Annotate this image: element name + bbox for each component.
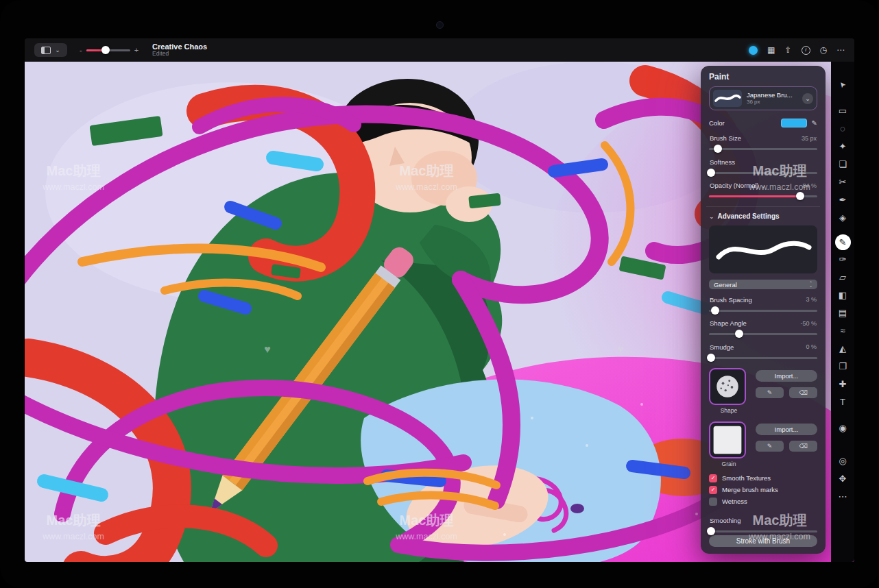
slice-icon: ✂ — [839, 177, 847, 187]
tool-color-picker[interactable]: ◉ — [834, 419, 852, 437]
panel-title: Paint — [709, 72, 817, 82]
smoothing-label: Smoothing — [710, 517, 740, 524]
stepper-icon: ⌃⌄ — [809, 282, 812, 288]
tool-pan[interactable]: ✥ — [834, 469, 852, 487]
checkbox-label: Merge brush marks — [722, 486, 778, 493]
tool-move[interactable]: ➤ — [834, 75, 852, 93]
more-icon: ⋯ — [839, 491, 847, 502]
shape-texture-thumbnail[interactable] — [709, 368, 746, 405]
marquee-select-icon: ▭ — [839, 106, 847, 116]
sidebar-toggle-button[interactable]: ⌄ — [34, 43, 67, 57]
shape-label: Shape — [709, 407, 749, 414]
advanced-settings-toggle[interactable]: ⌄ Advanced Settings — [709, 212, 817, 220]
brush-size-quick-control: - + — [80, 46, 139, 54]
smudge-icon: ≈ — [840, 326, 845, 336]
grain-texture-thumbnail[interactable] — [709, 421, 746, 458]
checkbox-wetness[interactable]: Wetness — [709, 498, 817, 506]
type-icon: T — [840, 397, 845, 407]
smudge-readout: 0 % — [806, 343, 817, 350]
tool-type[interactable]: T — [834, 393, 852, 411]
tool-slice[interactable]: ✂ — [834, 173, 852, 191]
tool-clone[interactable]: ❐ — [834, 357, 852, 375]
delete-grain-button[interactable]: ⌫ — [789, 441, 817, 452]
edit-shape-button[interactable]: ✎ — [756, 387, 784, 398]
tool-crop[interactable]: ❏ — [834, 155, 852, 173]
info-icon[interactable]: i — [802, 46, 810, 55]
stroke-with-brush-button[interactable]: Stroke with Brush — [709, 535, 817, 547]
brush-spacing-readout: 3 % — [806, 296, 817, 303]
tool-lasso[interactable]: ◌ — [834, 119, 852, 137]
tool-gradient[interactable]: ▤ — [834, 304, 852, 321]
checkbox-icon: ✓ — [709, 486, 717, 494]
crop-icon: ❏ — [839, 159, 847, 169]
softness-slider[interactable] — [709, 169, 817, 175]
opacity-label: Opacity (Normal)⌄ — [710, 182, 766, 189]
macbook-frame: ⌄ - + Creative Chaos Edited ▦ ⇧ i ◷ ⋯ — [0, 0, 879, 588]
paint-brush-icon: ✎ — [839, 237, 847, 247]
brush-size-slider[interactable] — [709, 145, 817, 151]
color-swatch[interactable] — [781, 119, 807, 127]
smoothing-slider[interactable] — [709, 527, 817, 535]
brush-spacing-label: Brush Spacing — [710, 296, 752, 304]
tool-pen[interactable]: ✒ — [834, 191, 852, 208]
delete-shape-button[interactable]: ⌫ — [789, 387, 817, 398]
checkbox-icon: ✓ — [709, 474, 717, 482]
shape-angle-slider[interactable] — [709, 330, 817, 336]
softness-label: Softness — [710, 158, 735, 166]
titlebar-actions: ▦ ⇧ i ◷ ⋯ — [749, 46, 845, 55]
history-icon[interactable]: ◷ — [820, 46, 827, 54]
tool-heal[interactable]: ✚ — [834, 375, 852, 393]
grain-section: Grain Import... ✎ ⌫ — [709, 421, 817, 467]
color-picker-icon: ◉ — [839, 423, 846, 433]
edit-color-icon[interactable]: ✎ — [812, 119, 817, 127]
tool-eraser[interactable]: ▱ — [834, 268, 852, 286]
checkbox-merge-brush-marks[interactable]: ✓Merge brush marks — [709, 486, 817, 494]
opacity-slider[interactable] — [709, 192, 817, 199]
tool-more[interactable]: ⋯ — [834, 487, 852, 505]
current-color-button[interactable] — [749, 46, 758, 55]
tool-zoom[interactable]: ◎ — [834, 452, 852, 469]
decrease-size-button[interactable]: - — [80, 46, 82, 54]
export-icon[interactable]: ⇧ — [784, 46, 791, 54]
import-shape-button[interactable]: Import... — [756, 370, 817, 382]
brush-size-quick-slider[interactable] — [86, 46, 130, 54]
brush-selector[interactable]: Japanese Bru... 36 px ⌄ — [709, 86, 817, 110]
tool-smudge[interactable]: ≈ — [834, 321, 852, 339]
canvas[interactable]: Paint Japanese Bru... 36 px ⌄ Color ✎ — [25, 62, 854, 562]
tool-sharpen[interactable]: ◭ — [834, 339, 852, 357]
app-window: ⌄ - + Creative Chaos Edited ▦ ⇧ i ◷ ⋯ — [25, 38, 854, 562]
smudge-slider[interactable] — [709, 354, 817, 360]
fill-icon: ◧ — [839, 290, 847, 300]
tool-marquee-select[interactable]: ▭ — [834, 101, 852, 119]
checkbox-label: Wetness — [722, 498, 747, 505]
chevron-down-icon[interactable]: ⌄ — [802, 93, 813, 104]
checkbox-icon — [709, 498, 717, 506]
canvas-settings-icon[interactable]: ▦ — [767, 46, 775, 54]
pixel-pencil-icon: ✑ — [839, 254, 847, 265]
tool-fill[interactable]: ◧ — [834, 286, 852, 304]
eraser-icon: ▱ — [839, 272, 846, 282]
checkbox-smooth-textures[interactable]: ✓Smooth Textures — [709, 474, 817, 482]
brush-size-label: Brush Size — [710, 134, 741, 142]
edit-grain-button[interactable]: ✎ — [756, 441, 784, 452]
tool-warp[interactable]: ◈ — [834, 208, 852, 226]
brush-thumbnail — [713, 90, 742, 107]
delete-icon: ⌫ — [799, 389, 808, 396]
warp-icon: ◈ — [839, 212, 846, 223]
gradient-icon: ▤ — [839, 308, 847, 318]
chevron-down-icon: ⌄ — [761, 183, 766, 189]
preset-dropdown[interactable]: General ⌃⌄ — [709, 280, 817, 289]
tool-pixel-pencil[interactable]: ✑ — [834, 250, 852, 268]
smudge-label: Smudge — [710, 343, 734, 351]
color-label: Color — [709, 119, 725, 127]
pan-icon: ✥ — [839, 474, 847, 484]
brush-spacing-slider[interactable] — [709, 306, 817, 313]
lasso-icon: ◌ — [840, 123, 845, 134]
increase-size-button[interactable]: + — [134, 46, 139, 54]
tool-paint-brush[interactable]: ✎ — [835, 234, 851, 250]
brush-size-value: 36 px — [747, 99, 797, 106]
import-grain-button[interactable]: Import... — [756, 424, 817, 435]
tool-magic-wand[interactable]: ✦ — [834, 137, 852, 155]
edit-icon: ✎ — [767, 443, 773, 450]
more-options-icon[interactable]: ⋯ — [836, 46, 845, 54]
